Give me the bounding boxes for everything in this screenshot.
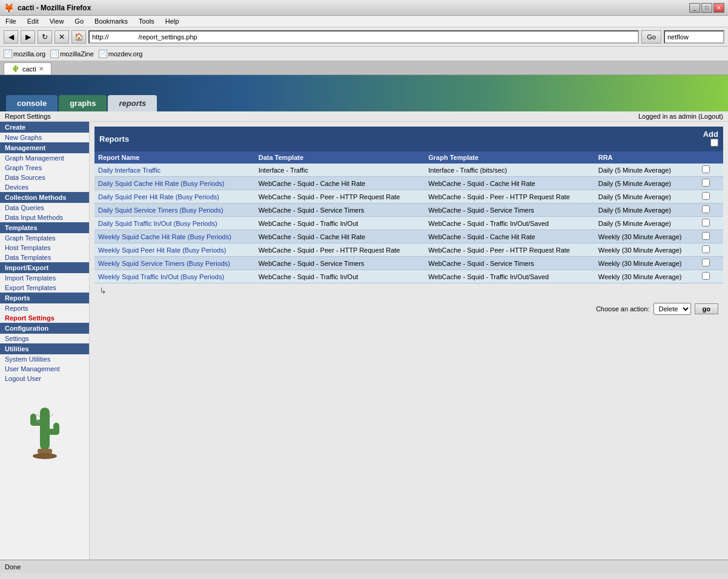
sidebar-item-report-settings[interactable]: Report Settings (0, 313, 89, 323)
sidebar-item-data-sources[interactable]: Data Sources (0, 173, 89, 182)
action-select[interactable]: Delete (654, 303, 691, 315)
sidebar-item-reports[interactable]: Reports (0, 303, 89, 313)
sidebar-item-new-graphs[interactable]: New Graphs (0, 133, 89, 142)
svg-line-7 (50, 414, 53, 417)
report-name-link[interactable]: Weekly Squid Traffic In/Out (Busy Period… (98, 273, 224, 280)
sidebar-item-system-utilities[interactable]: System Utilities (0, 354, 89, 364)
cell-checkbox (698, 257, 723, 270)
bookmarks-bar: 📄 mozilla.org 📄 mozillaZine 📄 mozdev.org (0, 47, 728, 61)
sidebar-item-data-templates[interactable]: Data Templates (0, 253, 89, 262)
window-controls: _ □ ✕ (689, 3, 724, 13)
menu-bar: File Edit View Go Bookmarks Tools Help (0, 16, 728, 27)
cell-checkbox (698, 190, 723, 203)
sidebar-item-devices[interactable]: Devices (0, 182, 89, 192)
sidebar-item-data-queries[interactable]: Data Queries (0, 203, 89, 213)
bookmark-mozillazine[interactable]: 📄 mozillaZine (50, 50, 94, 58)
cacti-nav: console graphs reports (0, 95, 163, 111)
menu-file[interactable]: File (4, 17, 18, 25)
go-action-button[interactable]: go (695, 303, 718, 314)
bookmark-mozdev[interactable]: 📄 mozdev.org (99, 50, 143, 58)
row-checkbox-3[interactable] (702, 205, 710, 213)
table-row: Weekly Squid Peer Hit Rate (Busy Periods… (94, 243, 723, 257)
stop-button[interactable]: ✕ (55, 30, 69, 44)
cell-report-name: Weekly Squid Peer Hit Rate (Busy Periods… (94, 243, 255, 257)
menu-edit[interactable]: Edit (25, 17, 41, 25)
home-button[interactable]: 🏠 (71, 30, 86, 44)
page-status-bar: Report Settings Logged in as admin (Logo… (0, 111, 728, 122)
sidebar-item-import-templates[interactable]: Import Templates (0, 273, 89, 283)
sidebar-item-graph-management[interactable]: Graph Management (0, 153, 89, 163)
sidebar-item-export-templates[interactable]: Export Templates (0, 283, 89, 293)
row-checkbox-4[interactable] (702, 219, 710, 227)
sidebar-item-logout-user[interactable]: Logout User (0, 374, 89, 383)
row-checkbox-1[interactable] (702, 179, 710, 187)
row-checkbox-2[interactable] (702, 192, 710, 200)
row-checkbox-6[interactable] (702, 245, 710, 253)
reports-rows: Daily Interface Traffic Interface - Traf… (94, 164, 723, 283)
cell-report-name: Weekly Squid Service Timers (Busy Period… (94, 257, 255, 270)
sidebar-header-collection: Collection Methods (0, 192, 89, 203)
sidebar-item-graph-trees[interactable]: Graph Trees (0, 163, 89, 173)
cacti-header: console graphs reports (0, 75, 728, 111)
go-button[interactable]: Go (641, 30, 661, 44)
cell-data-template: WebCache - Squid - Cache Hit Rate (255, 177, 425, 190)
cell-rra: Weekly (30 Minute Average) (595, 243, 698, 257)
status-text: Done (5, 563, 21, 571)
forward-button[interactable]: ▶ (21, 30, 35, 44)
indent-arrow-icon: ↳ (99, 286, 107, 296)
cell-checkbox (698, 164, 723, 177)
back-button[interactable]: ◀ (4, 30, 18, 44)
svg-rect-2 (30, 414, 36, 426)
col-report-name: Report Name (94, 151, 255, 164)
tab-close-icon[interactable]: ✕ (39, 65, 44, 72)
sidebar-item-host-templates[interactable]: Host Templates (0, 243, 89, 253)
close-button[interactable]: ✕ (713, 3, 724, 13)
nav-tab-graphs[interactable]: graphs (59, 95, 107, 111)
report-name-link[interactable]: Daily Squid Peer Hit Rate (Busy Periods) (98, 193, 219, 200)
menu-bookmarks[interactable]: Bookmarks (93, 17, 130, 25)
report-name-link[interactable]: Weekly Squid Peer Hit Rate (Busy Periods… (98, 246, 226, 254)
page-content: console graphs reports Report Settings L… (0, 75, 728, 560)
reload-button[interactable]: ↻ (38, 30, 52, 44)
sidebar-item-settings[interactable]: Settings (0, 334, 89, 343)
sidebar-header-configuration: Configuration (0, 323, 89, 334)
minimize-button[interactable]: _ (689, 3, 700, 13)
svg-point-9 (33, 453, 57, 459)
bookmark-icon-2: 📄 (50, 50, 59, 58)
report-name-link[interactable]: Weekly Squid Cache Hit Rate (Busy Period… (98, 233, 231, 240)
sidebar-item-user-management[interactable]: User Management (0, 364, 89, 374)
row-checkbox-8[interactable] (702, 272, 710, 280)
bookmark-mozilla[interactable]: 📄 mozilla.org (4, 50, 45, 58)
search-box[interactable] (664, 30, 724, 44)
menu-view[interactable]: View (48, 17, 66, 25)
address-bar[interactable] (88, 30, 639, 44)
cell-checkbox (698, 230, 723, 243)
cell-data-template: WebCache - Squid - Cache Hit Rate (255, 230, 425, 243)
nav-tab-reports[interactable]: reports (108, 95, 157, 111)
sidebar-item-graph-templates[interactable]: Graph Templates (0, 233, 89, 243)
report-name-link[interactable]: Daily Squid Service Timers (Busy Periods… (98, 207, 223, 214)
menu-help[interactable]: Help (164, 17, 181, 25)
browser-tab-cacti[interactable]: 🌵 cacti ✕ (4, 62, 51, 74)
row-checkbox-5[interactable] (702, 232, 710, 240)
cell-rra: Weekly (30 Minute Average) (595, 270, 698, 283)
report-name-link[interactable]: Daily Squid Cache Hit Rate (Busy Periods… (98, 180, 224, 187)
sidebar-item-data-input-methods[interactable]: Data Input Methods (0, 213, 89, 222)
cell-rra: Weekly (30 Minute Average) (595, 257, 698, 270)
table-row: Daily Squid Traffic In/Out (Busy Periods… (94, 217, 723, 230)
sidebar: Create New Graphs Management Graph Manag… (0, 122, 90, 560)
report-name-link[interactable]: Daily Squid Traffic In/Out (Busy Periods… (98, 220, 217, 227)
cell-report-name: Daily Squid Cache Hit Rate (Busy Periods… (94, 177, 255, 190)
tab-icon: 🌵 (12, 65, 20, 73)
cell-rra: Daily (5 Minute Average) (595, 177, 698, 190)
add-all-checkbox[interactable] (710, 139, 718, 147)
cell-rra: Daily (5 Minute Average) (595, 203, 698, 217)
report-name-link[interactable]: Daily Interface Traffic (98, 167, 160, 174)
menu-go[interactable]: Go (73, 17, 85, 25)
row-checkbox-7[interactable] (702, 259, 710, 266)
maximize-button[interactable]: □ (701, 3, 712, 13)
report-name-link[interactable]: Weekly Squid Service Timers (Busy Period… (98, 260, 230, 267)
menu-tools[interactable]: Tools (137, 17, 156, 25)
row-checkbox-0[interactable] (702, 165, 710, 173)
nav-tab-console[interactable]: console (6, 95, 58, 111)
